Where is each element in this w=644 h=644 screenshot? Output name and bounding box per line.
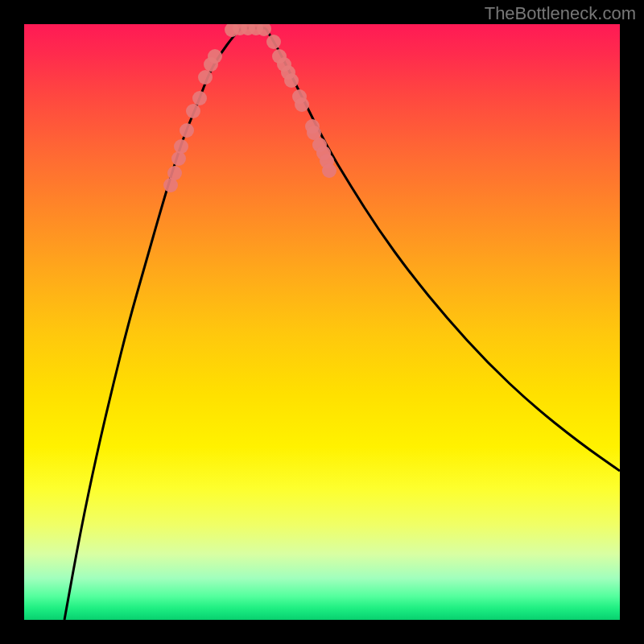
chart-container: TheBottleneck.com <box>0 0 644 644</box>
marker-right-4 <box>284 73 299 88</box>
marker-left-6 <box>192 91 207 105</box>
curves-group <box>64 28 620 620</box>
marker-left-1 <box>167 166 182 180</box>
marker-left-4 <box>180 123 194 138</box>
plot-area <box>24 24 620 620</box>
marker-left-3 <box>174 139 188 154</box>
curve-svg <box>24 24 620 620</box>
marker-right-12 <box>322 163 336 178</box>
marker-left-2 <box>171 151 186 166</box>
marker-left-7 <box>198 70 213 85</box>
marker-left-9 <box>208 49 222 64</box>
curve-right-curve <box>266 28 620 471</box>
marker-right-0 <box>266 35 281 49</box>
marker-left-5 <box>186 104 200 118</box>
marker-right-6 <box>295 97 309 112</box>
curve-left-curve <box>64 28 242 620</box>
markers-group <box>163 24 336 192</box>
watermark-text: TheBottleneck.com <box>485 3 636 24</box>
